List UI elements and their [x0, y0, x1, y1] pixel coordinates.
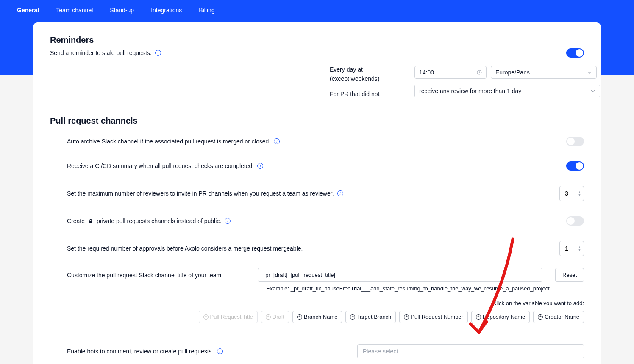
info-icon[interactable]: i	[257, 163, 263, 169]
chip-pull-request-title: +Pull Request Title	[199, 311, 258, 323]
private-channels-toggle[interactable]	[566, 216, 584, 226]
info-icon[interactable]: i	[225, 218, 231, 224]
stepper-down-icon[interactable]: ▼	[578, 193, 581, 196]
info-icon[interactable]: i	[337, 190, 343, 196]
bots-select[interactable]: Please select	[357, 344, 584, 358]
max-reviewers-input[interactable]: 3 ▲ ▼	[559, 186, 584, 201]
info-icon[interactable]: i	[274, 138, 280, 144]
reminders-heading: Reminders	[50, 35, 584, 45]
stepper-down-icon[interactable]: ▼	[578, 248, 581, 251]
clock-icon	[477, 70, 482, 75]
info-icon[interactable]: i	[217, 348, 223, 354]
chip-repository-name[interactable]: +Repository Name	[471, 311, 530, 323]
plus-circle-icon: +	[476, 314, 481, 320]
chip-creator-name[interactable]: +Creator Name	[533, 311, 584, 323]
svg-rect-1	[89, 221, 92, 223]
chip-pull-request-number[interactable]: +Pull Request Number	[399, 311, 468, 323]
stepper-up-icon[interactable]: ▲	[578, 245, 581, 248]
condition-label: For PR that did not	[330, 91, 398, 97]
pr-channels-heading: Pull request channels	[50, 116, 584, 126]
chip-branch-name[interactable]: +Branch Name	[292, 311, 342, 323]
customize-title-label: Customize the pull request Slack channel…	[67, 272, 245, 279]
tab-billing[interactable]: Billing	[199, 5, 214, 15]
variable-hint: Click on the variable you want to add:	[67, 300, 584, 306]
chip-target-branch[interactable]: +Target Branch	[345, 311, 396, 323]
bots-label: Enable bots to comment, review or create…	[67, 348, 223, 355]
stepper-up-icon[interactable]: ▲	[578, 190, 581, 193]
plus-circle-icon: +	[203, 314, 209, 320]
chevron-down-icon	[587, 70, 592, 75]
cicd-summary-label: Receive a CI/CD summary when all pull re…	[67, 163, 263, 169]
nav-tabs: General Team channel Stand-up Integratio…	[0, 5, 634, 15]
plus-circle-icon: +	[404, 314, 409, 320]
approvals-label: Set the required number of approvals bef…	[67, 245, 303, 252]
tab-integrations[interactable]: Integrations	[151, 5, 182, 15]
condition-select[interactable]: receive any review for more than 1 day	[414, 85, 600, 97]
max-reviewers-label: Set the maximum number of reviewers to i…	[67, 190, 343, 197]
info-icon[interactable]: i	[155, 50, 161, 56]
auto-archive-label: Auto archive Slack channel if the associ…	[67, 138, 280, 145]
tab-stand-up[interactable]: Stand-up	[110, 5, 134, 15]
variable-chips: +Pull Request Title +Draft +Branch Name …	[67, 311, 584, 323]
reminders-subtitle: Send a reminder to stale pull requests. …	[50, 50, 161, 56]
chip-draft: +Draft	[261, 311, 289, 323]
chevron-down-icon	[590, 88, 595, 94]
timezone-select[interactable]: Europe/Paris	[491, 66, 597, 79]
tab-team-channel[interactable]: Team channel	[56, 5, 93, 15]
example-text: Example: _pr_draft_fix_pauseFreeTrial___…	[266, 285, 584, 292]
time-input[interactable]: 14:00	[414, 66, 487, 79]
tab-general[interactable]: General	[17, 5, 39, 15]
cicd-summary-toggle[interactable]	[566, 161, 584, 171]
approvals-input[interactable]: 1 ▲ ▼	[559, 241, 584, 256]
plus-circle-icon: +	[266, 314, 271, 320]
channel-title-input[interactable]	[258, 268, 542, 282]
plus-circle-icon: +	[350, 314, 355, 320]
plus-circle-icon: +	[297, 314, 302, 320]
reset-button[interactable]: Reset	[555, 268, 584, 282]
private-channels-label: Create private pull requests channels in…	[67, 218, 231, 224]
settings-card: Reminders Send a reminder to stale pull …	[33, 22, 601, 364]
plus-circle-icon: +	[538, 314, 543, 320]
schedule-label-2: (except weekends)	[330, 75, 398, 82]
auto-archive-toggle[interactable]	[566, 137, 584, 146]
lock-icon	[88, 218, 93, 223]
reminders-toggle[interactable]	[566, 48, 584, 58]
reminder-config: Every day at (except weekends) For PR th…	[330, 66, 584, 103]
schedule-label-1: Every day at	[330, 66, 398, 73]
